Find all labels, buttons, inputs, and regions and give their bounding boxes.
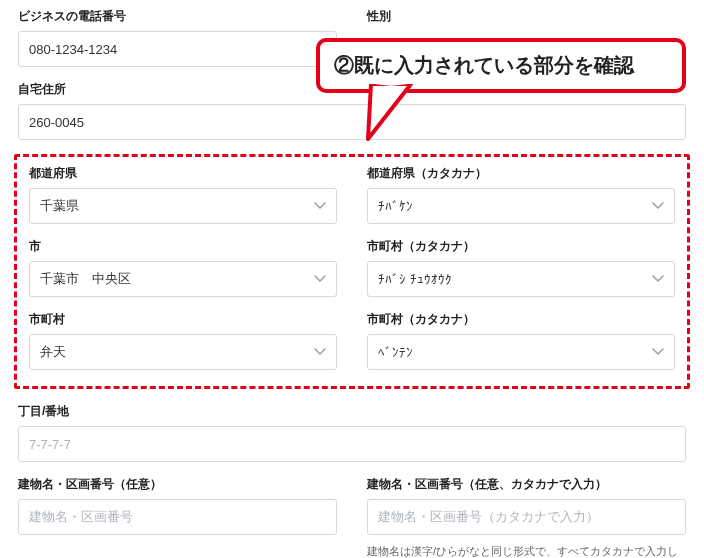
city-kana-value: ﾁﾊﾞｼ ﾁｭｳｵｳｸ	[378, 272, 452, 287]
town-label: 市町村	[29, 311, 337, 328]
city-label: 市	[29, 238, 337, 255]
svg-marker-0	[368, 84, 411, 139]
town-kana-field: 市町村（カタカナ） ﾍﾞﾝﾃﾝ	[367, 311, 675, 370]
building-label: 建物名・区画番号（任意）	[18, 476, 337, 493]
building-field: 建物名・区画番号（任意） 建物名・区画番号	[18, 476, 337, 558]
prefecture-kana-select[interactable]: ﾁﾊﾞｹﾝ	[367, 188, 675, 224]
town-value: 弁天	[40, 343, 66, 361]
town-kana-value: ﾍﾞﾝﾃﾝ	[378, 345, 413, 360]
town-kana-select[interactable]: ﾍﾞﾝﾃﾝ	[367, 334, 675, 370]
chevron-down-icon	[314, 202, 326, 210]
town-field: 市町村 弁天	[29, 311, 337, 370]
prefecture-kana-value: ﾁﾊﾞｹﾝ	[378, 199, 413, 214]
city-kana-field: 市町村（カタカナ） ﾁﾊﾞｼ ﾁｭｳｵｳｸ	[367, 238, 675, 297]
city-field: 市 千葉市 中央区	[29, 238, 337, 297]
business-phone-field: ビジネスの電話番号 080-1234-1234	[18, 8, 337, 67]
building-input[interactable]: 建物名・区画番号	[18, 499, 337, 535]
home-address-input[interactable]: 260-0045	[18, 104, 686, 140]
gender-label: 性別	[367, 8, 686, 25]
street-label: 丁目/番地	[18, 403, 686, 420]
town-kana-label: 市町村（カタカナ）	[367, 311, 675, 328]
prefecture-field: 都道府県 千葉県	[29, 165, 337, 224]
prefilled-highlight-box: 都道府県 千葉県 都道府県（カタカナ） ﾁﾊﾞｹﾝ 市 千葉市 中央区	[14, 154, 690, 389]
callout-tail	[366, 84, 416, 147]
building-kana-helper: 建物名は漢字/ひらがなと同じ形式で、すべてカタカナで入力してください。アルファベ…	[367, 543, 686, 558]
business-phone-label: ビジネスの電話番号	[18, 8, 337, 25]
chevron-down-icon	[652, 202, 664, 210]
prefecture-value: 千葉県	[40, 197, 79, 215]
building-kana-input[interactable]: 建物名・区画番号（カタカナで入力）	[367, 499, 686, 535]
chevron-down-icon	[652, 348, 664, 356]
building-kana-label: 建物名・区画番号（任意、カタカナで入力）	[367, 476, 686, 493]
building-kana-field: 建物名・区画番号（任意、カタカナで入力） 建物名・区画番号（カタカナで入力） 建…	[367, 476, 686, 558]
instruction-callout: ②既に入力されている部分を確認	[316, 38, 686, 93]
business-phone-input[interactable]: 080-1234-1234	[18, 31, 337, 67]
city-kana-label: 市町村（カタカナ）	[367, 238, 675, 255]
chevron-down-icon	[652, 275, 664, 283]
prefecture-kana-field: 都道府県（カタカナ） ﾁﾊﾞｹﾝ	[367, 165, 675, 224]
prefecture-kana-label: 都道府県（カタカナ）	[367, 165, 675, 182]
city-kana-select[interactable]: ﾁﾊﾞｼ ﾁｭｳｵｳｸ	[367, 261, 675, 297]
chevron-down-icon	[314, 348, 326, 356]
chevron-down-icon	[314, 275, 326, 283]
city-select[interactable]: 千葉市 中央区	[29, 261, 337, 297]
city-value: 千葉市 中央区	[40, 270, 131, 288]
street-field: 丁目/番地 7-7-7-7	[18, 403, 686, 462]
street-input[interactable]: 7-7-7-7	[18, 426, 686, 462]
town-select[interactable]: 弁天	[29, 334, 337, 370]
prefecture-label: 都道府県	[29, 165, 337, 182]
prefecture-select[interactable]: 千葉県	[29, 188, 337, 224]
